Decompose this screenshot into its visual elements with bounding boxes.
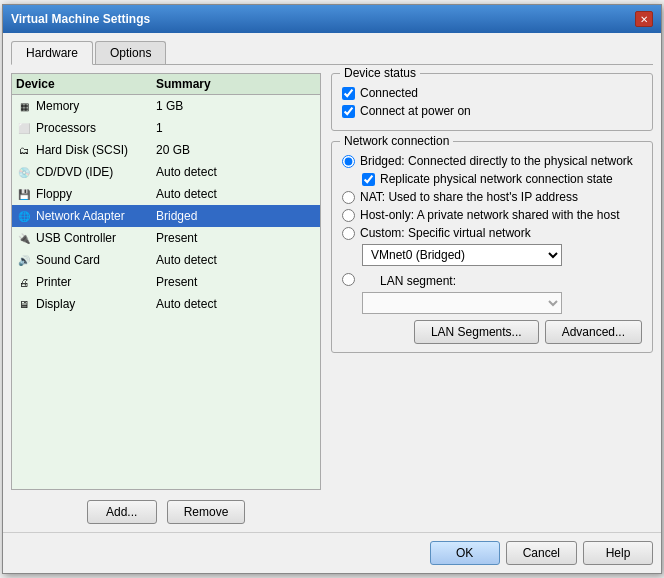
replicate-checkbox[interactable] [362, 173, 375, 186]
device-summary-usb-controller: Present [156, 231, 316, 245]
ok-button[interactable]: OK [430, 541, 500, 565]
table-row-hard-disk[interactable]: 🗂 Hard Disk (SCSI) 20 GB [12, 139, 320, 161]
help-button[interactable]: Help [583, 541, 653, 565]
table-row-sound-card[interactable]: 🔊 Sound Card Auto detect [12, 249, 320, 271]
connect-power-row: Connect at power on [342, 104, 642, 118]
connected-row: Connected [342, 86, 642, 100]
device-icon-floppy: 💾 [16, 187, 32, 201]
add-button[interactable]: Add... [87, 500, 157, 524]
device-table: Device Summary ▦ Memory 1 GB ⬜ Processor… [11, 73, 321, 490]
network-connection-group: Network connection Bridged: Connected di… [331, 141, 653, 353]
device-icon-cddvd: 💿 [16, 165, 32, 179]
virtual-machine-settings-window: Virtual Machine Settings ✕ Hardware Opti… [2, 4, 662, 574]
device-summary-memory: 1 GB [156, 99, 316, 113]
connected-checkbox[interactable] [342, 87, 355, 100]
device-icon-processors: ⬜ [16, 121, 32, 135]
table-row-cddvd[interactable]: 💿 CD/DVD (IDE) Auto detect [12, 161, 320, 183]
network-action-buttons: LAN Segments... Advanced... [342, 320, 642, 344]
vmnet-dropdown[interactable]: VMnet0 (Bridged) [362, 244, 562, 266]
tab-options[interactable]: Options [95, 41, 166, 64]
table-row-processors[interactable]: ⬜ Processors 1 [12, 117, 320, 139]
device-name-network-adapter: Network Adapter [36, 209, 156, 223]
host-only-label: Host-only: A private network shared with… [360, 208, 619, 222]
device-name-floppy: Floppy [36, 187, 156, 201]
custom-radio[interactable] [342, 227, 355, 240]
device-name-memory: Memory [36, 99, 156, 113]
table-header: Device Summary [12, 74, 320, 95]
device-name-printer: Printer [36, 275, 156, 289]
device-rows-container: ▦ Memory 1 GB ⬜ Processors 1 🗂 Hard Disk… [12, 95, 320, 315]
tab-hardware[interactable]: Hardware [11, 41, 93, 65]
vmnet-dropdown-row: VMnet0 (Bridged) [362, 244, 642, 266]
footer: OK Cancel Help [3, 532, 661, 573]
custom-row: Custom: Specific virtual network [342, 226, 642, 240]
cancel-button[interactable]: Cancel [506, 541, 577, 565]
window-title: Virtual Machine Settings [11, 12, 150, 26]
bridged-radio[interactable] [342, 155, 355, 168]
device-icon-display: 🖥 [16, 297, 32, 311]
table-row-memory[interactable]: ▦ Memory 1 GB [12, 95, 320, 117]
device-summary-floppy: Auto detect [156, 187, 316, 201]
table-row-network-adapter[interactable]: 🌐 Network Adapter Bridged [12, 205, 320, 227]
nat-label: NAT: Used to share the host's IP address [360, 190, 578, 204]
device-panel: Device Summary ▦ Memory 1 GB ⬜ Processor… [11, 73, 321, 524]
device-icon-printer: 🖨 [16, 275, 32, 289]
bridged-label: Bridged: Connected directly to the physi… [360, 154, 633, 168]
table-row-floppy[interactable]: 💾 Floppy Auto detect [12, 183, 320, 205]
device-action-buttons: Add... Remove [11, 500, 321, 524]
device-summary-cddvd: Auto detect [156, 165, 316, 179]
remove-button[interactable]: Remove [167, 500, 246, 524]
content-area: Device Summary ▦ Memory 1 GB ⬜ Processor… [11, 73, 653, 524]
device-summary-processors: 1 [156, 121, 316, 135]
window-body: Hardware Options Device Summary ▦ Memory… [3, 33, 661, 532]
title-bar: Virtual Machine Settings ✕ [3, 5, 661, 33]
device-icon-sound-card: 🔊 [16, 253, 32, 267]
device-icon-memory: ▦ [16, 99, 32, 113]
advanced-button[interactable]: Advanced... [545, 320, 642, 344]
lan-dropdown-row [362, 292, 642, 314]
connect-power-label: Connect at power on [360, 104, 471, 118]
device-summary-network-adapter: Bridged [156, 209, 316, 223]
title-bar-controls: ✕ [635, 11, 653, 27]
device-icon-network-adapter: 🌐 [16, 209, 32, 223]
device-icon-hard-disk: 🗂 [16, 143, 32, 157]
connected-label: Connected [360, 86, 418, 100]
connect-power-checkbox[interactable] [342, 105, 355, 118]
settings-panel: Device status Connected Connect at power… [331, 73, 653, 524]
device-status-group: Device status Connected Connect at power… [331, 73, 653, 131]
device-name-display: Display [36, 297, 156, 311]
device-summary-display: Auto detect [156, 297, 316, 311]
replicate-label: Replicate physical network connection st… [380, 172, 613, 186]
network-connection-label: Network connection [340, 134, 453, 148]
custom-label: Custom: Specific virtual network [360, 226, 531, 240]
replicate-row: Replicate physical network connection st… [362, 172, 642, 186]
bridged-row: Bridged: Connected directly to the physi… [342, 154, 642, 168]
device-name-cddvd: CD/DVD (IDE) [36, 165, 156, 179]
device-summary-printer: Present [156, 275, 316, 289]
nat-radio[interactable] [342, 191, 355, 204]
lan-dropdown[interactable] [362, 292, 562, 314]
table-row-display[interactable]: 🖥 Display Auto detect [12, 293, 320, 315]
nat-row: NAT: Used to share the host's IP address [342, 190, 642, 204]
device-summary-sound-card: Auto detect [156, 253, 316, 267]
tab-bar: Hardware Options [11, 41, 653, 65]
device-summary-hard-disk: 20 GB [156, 143, 316, 157]
device-name-usb-controller: USB Controller [36, 231, 156, 245]
lan-segment-radio[interactable] [342, 273, 355, 286]
host-only-row: Host-only: A private network shared with… [342, 208, 642, 222]
col-summary-header: Summary [156, 77, 316, 91]
close-button[interactable]: ✕ [635, 11, 653, 27]
host-only-radio[interactable] [342, 209, 355, 222]
col-device-header: Device [16, 77, 156, 91]
device-name-sound-card: Sound Card [36, 253, 156, 267]
device-status-label: Device status [340, 66, 420, 80]
table-row-printer[interactable]: 🖨 Printer Present [12, 271, 320, 293]
device-name-processors: Processors [36, 121, 156, 135]
device-icon-usb-controller: 🔌 [16, 231, 32, 245]
lan-segment-row: LAN segment: [342, 270, 642, 288]
table-row-usb-controller[interactable]: 🔌 USB Controller Present [12, 227, 320, 249]
device-name-hard-disk: Hard Disk (SCSI) [36, 143, 156, 157]
lan-segments-button[interactable]: LAN Segments... [414, 320, 539, 344]
lan-segment-label: LAN segment: [380, 274, 456, 288]
